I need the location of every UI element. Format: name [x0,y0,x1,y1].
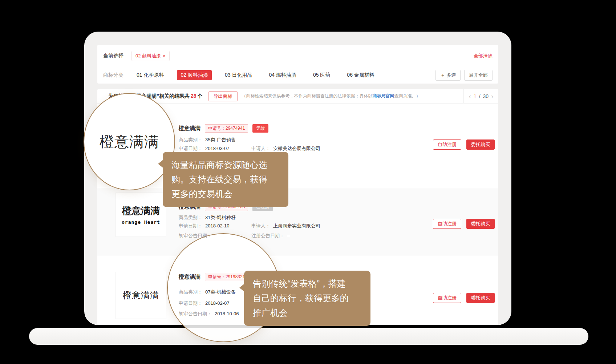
expand-all-button[interactable]: 展开全部 [464,70,493,81]
disclaimer-pre: （商标检索结果仅供参考，不作为商标能否注册的法律依据；具体以 [242,93,373,98]
application-number-label: 申请号： [208,126,226,131]
trademark-office-link[interactable]: 商标局官网 [373,93,394,98]
tooltip-text: 告别传统“发表格”，搭建 [253,276,362,291]
field-value: 07类-机械设备 [205,289,236,295]
results-header: 为您检索到“橙意满满”相关的结果共28个 导出商标 （商标检索结果仅供参考，不作… [97,89,498,104]
category-item-04[interactable]: 04 燃料油脂 [265,70,300,80]
callout-tooltip-trade: 海量精品商标资源随心选 购。支持在线交易，获得 更多的交易机会 [163,152,288,207]
category-item-01[interactable]: 01 化学原料 [133,70,167,80]
selected-filter-tag[interactable]: 02 颜料油漆× [131,51,170,61]
multi-select-button[interactable]: ＋ 多选 [435,70,461,81]
page-separator: / [479,93,481,99]
self-register-button[interactable]: 自助注册 [433,139,461,150]
field-label: 初审公告日期： [179,311,212,316]
field-value: – [287,233,290,238]
field-label: 商品类别： [179,289,202,295]
row-actions: 自助注册 委托购买 [433,293,495,303]
field-value: 2018-02-10 [205,223,230,228]
reg-publication-field: 注册公告日期：– [251,232,290,239]
application-number-label: 申请号： [208,274,226,279]
field-label: 申请日期： [179,223,202,228]
tooltip-text: 海量精品商标资源随心选 [171,158,280,172]
field-value: 2018-10-06 [215,311,239,316]
category-item-06[interactable]: 06 金属材料 [343,70,378,80]
trademark-result-row[interactable]: 橙意满满 orange Heart 橙意满满 申请号：29482153 已注册 … [97,188,498,256]
field-label: 商品类别： [179,215,202,220]
publication-field: 初审公告日期：– 注册公告日期：– [179,232,411,239]
applicant-field: 申请人：上海雨步实业有限公司 [251,222,320,230]
page: 当前选择 02 颜料油漆× 全部清除 商标分类 01 化学原料 02 颜料油漆 … [0,0,616,364]
laptop-base [29,328,588,345]
field-label: 商品类别： [179,137,202,142]
disclaimer-post: 查询为准。） [394,93,421,98]
self-register-button[interactable]: 自助注册 [433,219,461,229]
selected-filter-tag-text: 02 颜料油漆 [135,53,161,58]
tooltip-text: 购。支持在线交易，获得 [171,172,280,187]
row-actions: 自助注册 委托购买 [433,219,495,229]
trademark-image[interactable]: 橙意满满 [115,272,166,319]
tooltip-text: 推广机会 [253,306,362,320]
current-selection-label: 当前选择 [103,53,123,59]
trademark-image-subtext: orange Heart [122,219,160,225]
category-item-05[interactable]: 05 医药 [309,70,334,80]
trademark-image[interactable]: 橙意满满 orange Heart [115,193,166,237]
category-item-03[interactable]: 03 日化用品 [221,70,256,80]
category-item-02-selected[interactable]: 02 颜料油漆 [177,70,211,80]
tooltip-text: 更多的交易机会 [171,187,280,201]
field-value: 上海雨步实业有限公司 [273,223,320,228]
trademark-name: 橙意满满 [179,274,200,280]
trademark-title-line: 橙意满满 申请号：29198321 [179,273,248,281]
date-applicant-field: 申请日期：2018-03-07 申请人：安徽美达会展有限公司 [179,145,411,152]
field-label: 申请日期： [179,146,202,151]
next-page-icon[interactable]: › [491,93,493,100]
category-field: 商品类别：31类-饲料种籽 [179,214,411,221]
current-page: 1 [474,93,477,99]
trademark-title-line: 橙意满满 申请号：29474941 无效 [179,124,268,133]
export-trademark-button[interactable]: 导出商标 [208,91,238,101]
application-number-badge: 申请号：29198321 [205,273,248,281]
category-label: 商标分类 [103,72,123,78]
tooltip-text: 自己的标行，获得更多的 [253,291,362,306]
entrust-purchase-button[interactable]: 委托购买 [466,139,495,150]
field-value: 安徽美达会展有限公司 [273,146,320,151]
magnified-trademark-text: 橙意满满 [100,132,159,152]
application-number-badge: 申请号：29474941 [205,124,248,133]
field-label: 注册公告日期： [251,233,284,238]
field-value: 2018-03-07 [205,146,230,151]
results-suffix: 个 [198,93,203,99]
total-pages: 30 [483,93,489,99]
field-value: 31类-饲料种籽 [205,215,236,220]
field-label: 申请日期： [179,300,202,306]
tooltip-arrow-icon [239,284,244,292]
prev-page-icon[interactable]: ‹ [469,93,471,100]
field-value: – [215,233,217,238]
field-label: 申请人： [251,146,270,151]
tag-close-icon[interactable]: × [163,53,166,58]
current-selection-row: 当前选择 02 颜料油漆× 全部清除 [103,45,493,67]
category-row: 商标分类 01 化学原料 02 颜料油漆 03 日化用品 04 燃料油脂 05 … [103,67,493,83]
results-count: 28 [191,93,196,99]
status-badge-invalid: 无效 [252,124,268,133]
trademark-image-text: 橙意满满 [122,205,160,217]
self-register-button[interactable]: 自助注册 [433,293,461,303]
field-label: 初审公告日期： [179,233,212,238]
date-applicant-field: 申请日期：2018-02-10 申请人：上海雨步实业有限公司 [179,222,411,230]
trademark-name: 橙意满满 [179,125,200,132]
application-number-value: 29474941 [226,126,245,131]
field-label: 申请人： [251,223,270,228]
applicant-field: 申请人：安徽美达会展有限公司 [251,145,320,152]
row-actions: 自助注册 委托购买 [433,139,495,150]
field-value: 2018-02-07 [205,300,230,306]
entrust-purchase-button[interactable]: 委托购买 [466,293,495,303]
magnifier-circle: 橙意满满 [84,93,175,190]
filter-panel: 当前选择 02 颜料油漆× 全部清除 商标分类 01 化学原料 02 颜料油漆 … [97,45,498,84]
callout-tooltip-promotion: 告别传统“发表格”，搭建 自己的标行，获得更多的 推广机会 [244,271,370,326]
entrust-purchase-button[interactable]: 委托购买 [466,219,495,229]
clear-all-button[interactable]: 全部清除 [474,53,493,59]
application-number-value: 29198321 [226,274,245,279]
tooltip-arrow-icon [158,160,163,168]
disclaimer-text: （商标检索结果仅供参考，不作为商标能否注册的法律依据；具体以商标局官网查询为准。… [242,93,421,99]
field-value: 35类-广告销售 [205,137,236,142]
trademark-image-text: 橙意满满 [123,290,159,301]
category-list: 01 化学原料 02 颜料油漆 03 日化用品 04 燃料油脂 05 医药 06… [133,70,388,80]
